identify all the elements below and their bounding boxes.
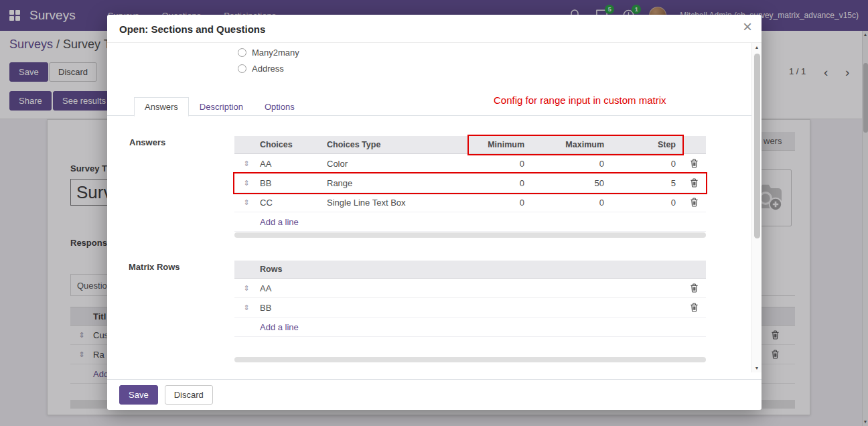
delete-row-icon[interactable] [682,178,706,188]
drag-handle-icon[interactable]: ⇕ [234,198,259,207]
answers-row-bb[interactable]: ⇕ BB Range 0 50 5 [234,173,706,193]
matrix-table-header: Rows [234,261,706,279]
close-icon[interactable]: × [743,19,752,35]
modal-footer: Save Discard [107,379,762,410]
drag-handle-icon[interactable]: ⇕ [234,179,259,188]
matrix-row-aa[interactable]: ⇕ AA [234,279,706,298]
matrix-add-line-link[interactable]: Add a line [260,322,299,332]
matrix-rows-table: Rows ⇕ AA ⇕ BB Add a line [234,261,706,337]
col-rows[interactable]: Rows [259,265,682,274]
modal-scrollbar-thumb[interactable] [754,54,760,238]
modal-horizontal-scrollbar[interactable] [234,357,706,362]
radio-address[interactable]: Address [238,64,284,74]
modal-discard-button[interactable]: Discard [165,385,213,405]
drag-handle-icon[interactable]: ⇕ [234,159,259,168]
scroll-up-icon[interactable]: ▲ [752,45,762,50]
drag-handle-icon[interactable]: ⇕ [234,284,259,293]
drag-handle-icon[interactable]: ⇕ [234,303,259,312]
delete-row-icon[interactable] [682,303,706,312]
col-minimum[interactable]: Minimum [469,140,531,149]
tab-description[interactable]: Description [189,97,254,117]
radio-circle-icon[interactable] [238,48,246,57]
answers-row-cc[interactable]: ⇕ CC Single Line Text Box 0 0 0 [234,193,706,212]
answers-add-line-row: Add a line [234,212,706,232]
answers-table-header: Choices Choices Type Minimum Maximum Ste… [234,136,706,154]
modal-tabs: Answers Description Options [134,97,305,117]
modal-header: Open: Sections and Questions × [107,15,762,43]
answers-row-aa[interactable]: ⇕ AA Color 0 0 0 [234,154,706,173]
screen: Surveys Surveys Questions Participations… [0,0,868,426]
sections-questions-modal: Open: Sections and Questions × Many2many… [107,15,762,410]
matrix-rows-section-label: Matrix Rows [129,262,180,272]
matrix-row-bb[interactable]: ⇕ BB [234,298,706,317]
matrix-add-line-row: Add a line [234,317,706,337]
modal-scrollbar: ▲ ▼ [751,43,762,372]
modal-title: Open: Sections and Questions [119,23,265,35]
annotation-text: Config for range input in custom matrix [494,94,666,106]
col-choices[interactable]: Choices [259,140,326,149]
answers-table-scrollbar[interactable] [234,232,706,238]
delete-row-icon[interactable] [682,159,706,168]
col-step[interactable]: Step [611,140,682,149]
col-choices-type[interactable]: Choices Type [326,140,469,149]
delete-row-icon[interactable] [682,283,706,293]
tab-answers[interactable]: Answers [134,97,189,117]
modal-save-button[interactable]: Save [119,385,158,405]
radio-many2many[interactable]: Many2many [238,48,299,58]
answers-section-label: Answers [129,137,165,147]
answers-add-line-link[interactable]: Add a line [260,217,299,227]
scroll-down-icon[interactable]: ▼ [752,366,762,370]
col-maximum[interactable]: Maximum [531,140,611,149]
answers-table: Choices Choices Type Minimum Maximum Ste… [234,136,706,232]
radio-circle-icon[interactable] [238,64,246,73]
delete-row-icon[interactable] [682,198,706,207]
tab-options[interactable]: Options [254,97,305,117]
